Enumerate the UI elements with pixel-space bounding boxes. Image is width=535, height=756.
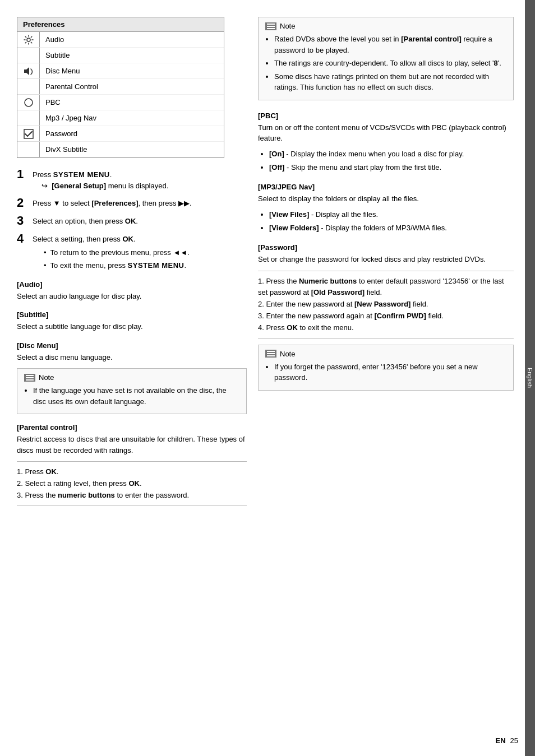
password-heading: [Password]	[258, 243, 514, 252]
mp3-bullet-files: [View Files] - Display all the files.	[269, 209, 514, 221]
step-2: 2 Press ▼ to select [Preferences], then …	[17, 198, 247, 209]
note-icon-line-4	[267, 24, 275, 25]
parental-note-item-3: Some discs have ratings printed on them …	[274, 71, 506, 93]
preferences-box: Preferences	[17, 17, 224, 158]
mp3-heading: [MP3/JPEG Nav]	[258, 183, 514, 191]
parental-note-item-1: Rated DVDs above the level you set in [P…	[274, 34, 506, 55]
mp3-section: [MP3/JPEG Nav] Select to display the fol…	[258, 183, 514, 234]
pref-item-divx: DivX Subtitle	[40, 142, 224, 157]
pbc-bullets: [On] - Display the index menu when you l…	[269, 149, 514, 174]
note-icon-lines-1	[26, 375, 34, 381]
pbc-bullet-on: [On] - Display the index menu when you l…	[269, 149, 514, 160]
pref-item-parental: Parental Control	[40, 79, 224, 95]
note-icon-line-7	[267, 351, 275, 352]
subtitle-heading: [Subtitle]	[17, 310, 247, 319]
parental-section: [Parental control] Restrict access to di…	[17, 423, 247, 456]
disc-menu-section: [Disc Menu] Select a disc menu language.	[17, 341, 247, 363]
password-note-list: If you forget the password, enter '12345…	[274, 361, 506, 383]
pref-item-subtitle: Subtitle	[40, 48, 224, 63]
pref-item-disc-menu: Disc Menu	[40, 63, 224, 79]
pwd-step-3: 3. Enter the new password again at [Conf…	[258, 310, 514, 322]
system-menu-text-1: SYSTEM MENU	[53, 170, 110, 179]
preferences-items: Audio Subtitle Disc Menu Parental Contro…	[40, 32, 224, 157]
disc-note-item-1: If the language you have set is not avai…	[33, 385, 239, 407]
page-footer: EN 25	[495, 736, 518, 745]
preferences-body: Audio Subtitle Disc Menu Parental Contro…	[17, 32, 224, 157]
subtitle-text: Select a subtitle language for disc play…	[17, 321, 247, 332]
note-icon-line-6	[267, 28, 275, 29]
note-icon-line-9	[267, 355, 275, 356]
svg-rect-1	[24, 69, 26, 73]
step-4-bullet-1: • To return to the previous menu, press …	[44, 247, 247, 258]
step-content-4: Select a setting, then press OK. • To re…	[33, 234, 247, 271]
pbc-bullet-off: [Off] - Skip the menu and start play fro…	[269, 162, 514, 174]
pref-icon-gear-1	[17, 32, 40, 48]
step-1-sub: ↪ [General Setup] menu is displayed.	[41, 180, 247, 192]
note-icon-lines-3	[267, 351, 275, 356]
pref-icon-circle-2	[17, 110, 40, 126]
note-icon-2	[265, 22, 276, 30]
pref-icon-check-2	[17, 142, 40, 157]
step-content-3: Select an option, then press OK.	[33, 216, 247, 227]
pref-item-password: Password	[40, 126, 224, 142]
password-note-item-1: If you forget the password, enter '12345…	[274, 361, 506, 383]
preferences-icons	[17, 32, 40, 157]
note-icon-3	[265, 350, 276, 358]
note-icon-lines-2	[267, 24, 275, 29]
note-icon-line-1	[26, 375, 34, 376]
svg-point-2	[25, 99, 33, 106]
note-label-3: Note	[280, 350, 295, 358]
pref-item-audio: Audio	[40, 32, 224, 48]
disc-menu-heading: [Disc Menu]	[17, 341, 247, 350]
password-text: Set or change the password for locked di…	[258, 254, 514, 265]
parental-note-item-2: The ratings are country-dependent. To al…	[274, 58, 506, 69]
note-icon-line-2	[26, 377, 34, 378]
pref-icon-speaker-1	[17, 63, 40, 79]
step-number-3: 3	[17, 215, 33, 227]
left-column: Preferences	[17, 17, 247, 739]
svg-point-0	[27, 38, 30, 41]
mp3-bullets: [View Files] - Display all the files. [V…	[269, 209, 514, 235]
step-3: 3 Select an option, then press OK.	[17, 216, 247, 227]
parental-heading: [Parental control]	[17, 423, 247, 432]
step-content-2: Press ▼ to select [Preferences], then pr…	[33, 198, 247, 209]
side-tab: English	[525, 0, 535, 756]
parental-step-3: 3. Press the numeric buttons to enter th…	[17, 490, 247, 502]
disc-note-list: If the language you have set is not avai…	[33, 385, 239, 407]
audio-heading: [Audio]	[17, 280, 247, 289]
en-label: EN	[495, 736, 505, 745]
side-tab-label: English	[527, 368, 533, 388]
parental-step-1: 1. Press OK.	[17, 466, 247, 478]
pbc-text: Turn on or off the content menu of VCDs/…	[258, 122, 514, 144]
password-note-box: Note If you forget the password, enter '…	[258, 345, 514, 391]
pref-icon-speaker-2	[17, 79, 40, 95]
note-icon-line-5	[267, 26, 275, 27]
step-4-bullet-2: • To exit the menu, press SYSTEM MENU.	[44, 260, 247, 271]
step-number-2: 2	[17, 197, 33, 209]
pref-item-pbc: PBC	[40, 95, 224, 110]
pref-icon-check-1	[17, 126, 40, 142]
mp3-text: Select to display the folders or display…	[258, 193, 514, 205]
pbc-section: [PBC] Turn on or off the content menu of…	[258, 112, 514, 174]
parental-step-2: 2. Select a rating level, then press OK.	[17, 478, 247, 490]
pbc-heading: [PBC]	[258, 112, 514, 120]
pwd-step-1: 1. Press the Numeric buttons to enter de…	[258, 276, 514, 299]
subtitle-section: [Subtitle] Select a subtitle language fo…	[17, 310, 247, 332]
step-content-1: Press SYSTEM MENU. ↪ [General Setup] men…	[33, 169, 247, 191]
note-label-2: Note	[280, 22, 295, 30]
right-column: Note Rated DVDs above the level you set …	[258, 17, 514, 739]
pref-icon-gear-2	[17, 48, 40, 63]
parental-text: Restrict access to discs that are unsuit…	[17, 434, 247, 456]
note-icon-line-3	[26, 379, 34, 381]
parental-note-header: Note	[265, 22, 506, 30]
pref-icon-circle-1	[17, 95, 40, 110]
password-steps-box: 1. Press the Numeric buttons to enter de…	[258, 271, 514, 339]
parental-note-list: Rated DVDs above the level you set in [P…	[274, 34, 506, 93]
password-section: [Password] Set or change the password fo…	[258, 243, 514, 265]
disc-menu-note-box: Note If the language you have set is not…	[17, 368, 247, 414]
parental-note-box: Note Rated DVDs above the level you set …	[258, 17, 514, 100]
pwd-step-2: 2. Enter the new password at [New Passwo…	[258, 299, 514, 310]
password-note-header: Note	[265, 350, 506, 358]
audio-section: [Audio] Select an audio language for dis…	[17, 280, 247, 302]
note-icon-line-8	[267, 353, 275, 354]
